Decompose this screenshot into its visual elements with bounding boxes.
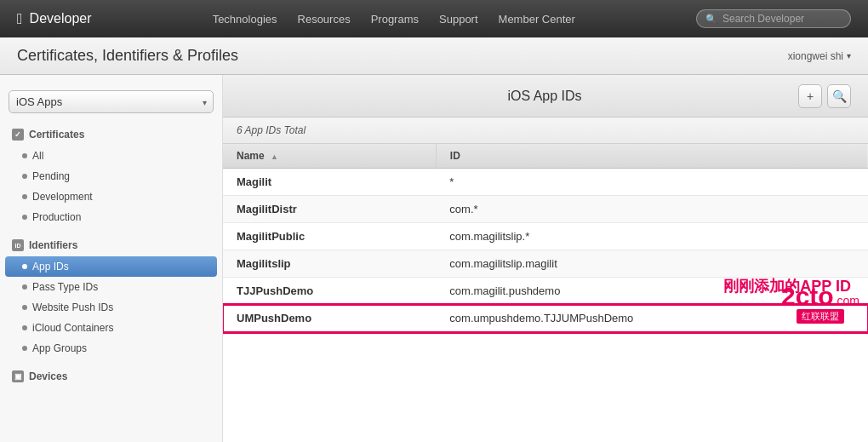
cell-id: com.magilit.pushdemo xyxy=(436,278,868,305)
identifiers-icon: ID xyxy=(12,239,24,251)
devices-label: Devices xyxy=(29,370,67,382)
bullet-icon xyxy=(22,325,27,330)
sidebar-item-label: Production xyxy=(32,211,81,223)
nav-right: 🔍 xyxy=(696,9,851,28)
sidebar-section-identifiers: ID Identifiers App IDs Pass Type IDs Web… xyxy=(0,234,222,359)
bullet-icon xyxy=(22,284,27,290)
bullet-icon xyxy=(22,215,27,220)
table-row[interactable]: MagilitPubliccom.magilitslip.* xyxy=(223,223,868,250)
table-row[interactable]: Magilit* xyxy=(223,169,868,196)
sidebar-item-website-push-ids[interactable]: Website Push IDs xyxy=(0,297,222,318)
username: xiongwei shi xyxy=(788,50,843,62)
cell-name: Magilitslip xyxy=(223,250,436,278)
content-area: iOS App IDs + 🔍 6 App IDs Total Name ▲ xyxy=(223,75,868,442)
sidebar-item-label: All xyxy=(32,150,43,162)
bullet-icon xyxy=(22,264,27,269)
certificates-header: ✓ Certificates xyxy=(0,123,222,146)
sidebar-item-all[interactable]: All xyxy=(0,146,222,166)
sort-icon: ▲ xyxy=(271,152,278,161)
cell-name: MagilitDistr xyxy=(223,196,436,223)
table-row[interactable]: MagilitDistrcom.* xyxy=(223,196,868,223)
sidebar-item-pass-type-ids[interactable]: Pass Type IDs xyxy=(0,277,222,297)
cell-id: com.* xyxy=(436,196,868,223)
total-count: 6 App IDs Total xyxy=(237,124,306,136)
page-title: Certificates, Identifiers & Profiles xyxy=(17,47,238,65)
app-ids-table: Name ▲ ID Magilit*MagilitDistrcom.*Magil… xyxy=(223,144,868,332)
bullet-icon xyxy=(22,174,27,179)
certificates-icon: ✓ xyxy=(12,129,24,141)
cell-name: MagilitPublic xyxy=(223,223,436,250)
main-container: iOS Apps Mac Apps ▾ ✓ Certificates All P… xyxy=(0,75,868,442)
nav-programs[interactable]: Programs xyxy=(371,13,419,26)
sidebar-item-label: Pending xyxy=(32,170,70,182)
sidebar-item-pending[interactable]: Pending xyxy=(0,166,222,187)
apple-logo-icon:  xyxy=(17,10,23,28)
nav-resources[interactable]: Resources xyxy=(298,13,351,26)
magnify-icon: 🔍 xyxy=(832,89,847,103)
content-actions: + 🔍 xyxy=(798,84,851,108)
search-input[interactable] xyxy=(722,13,842,25)
top-nav:  Developer Technologies Resources Progr… xyxy=(0,0,868,37)
search-box: 🔍 xyxy=(696,9,851,28)
sidebar-item-app-groups[interactable]: App Groups xyxy=(0,338,222,359)
nav-support[interactable]: Support xyxy=(439,13,478,26)
certificates-label: Certificates xyxy=(29,129,84,141)
search-icon: 🔍 xyxy=(705,14,717,25)
devices-header: ▣ Devices xyxy=(0,365,222,387)
content-title: iOS App IDs xyxy=(291,89,798,104)
sidebar-item-development[interactable]: Development xyxy=(0,187,222,207)
sidebar-item-icloud-containers[interactable]: iCloud Containers xyxy=(0,318,222,338)
bullet-icon xyxy=(22,305,27,310)
sub-header: Certificates, Identifiers & Profiles xio… xyxy=(0,37,868,75)
logo:  Developer xyxy=(17,10,92,28)
identifiers-label: Identifiers xyxy=(29,239,77,251)
sidebar-item-production[interactable]: Production xyxy=(0,207,222,227)
cell-name: TJJPushDemo xyxy=(223,278,436,305)
add-button[interactable]: + xyxy=(798,84,822,108)
platform-selector[interactable]: iOS Apps Mac Apps ▾ xyxy=(9,90,214,113)
sidebar-item-label: Website Push IDs xyxy=(32,301,113,313)
table-header-row: Name ▲ ID xyxy=(223,144,868,169)
search-button[interactable]: 🔍 xyxy=(827,84,851,108)
cell-id: com.umpushdemo.TJJUMPushDemo xyxy=(436,305,868,332)
cell-id: com.magilitslip.magilit xyxy=(436,250,868,278)
content-header: iOS App IDs + 🔍 xyxy=(223,75,868,118)
sidebar: iOS Apps Mac Apps ▾ ✓ Certificates All P… xyxy=(0,75,223,442)
nav-member-center[interactable]: Member Center xyxy=(499,13,575,26)
total-bar: 6 App IDs Total xyxy=(223,118,868,144)
cell-name: UMPushDemo xyxy=(223,305,436,332)
sidebar-section-certificates: ✓ Certificates All Pending Development P… xyxy=(0,123,222,227)
col-name: Name ▲ xyxy=(223,144,436,169)
bullet-icon xyxy=(22,153,27,158)
nav-links: Technologies Resources Programs Support … xyxy=(117,13,671,26)
sidebar-section-devices: ▣ Devices xyxy=(0,365,222,387)
platform-dropdown[interactable]: iOS Apps Mac Apps xyxy=(9,90,214,113)
user-menu[interactable]: xiongwei shi ▾ xyxy=(788,50,851,62)
chevron-down-icon: ▾ xyxy=(847,51,851,60)
table-row[interactable]: Magilitslipcom.magilitslip.magilit xyxy=(223,250,868,278)
sidebar-item-label: App IDs xyxy=(32,261,69,273)
bullet-icon xyxy=(22,346,27,351)
table-row[interactable]: TJJPushDemocom.magilit.pushdemo xyxy=(223,278,868,305)
cell-name: Magilit xyxy=(223,169,436,196)
devices-icon: ▣ xyxy=(12,370,24,382)
nav-technologies[interactable]: Technologies xyxy=(213,13,277,26)
cell-id: * xyxy=(436,169,868,196)
sidebar-item-label: Development xyxy=(32,191,93,203)
logo-text: Developer xyxy=(30,11,92,26)
table-row[interactable]: UMPushDemocom.umpushdemo.TJJUMPushDemo xyxy=(223,305,868,332)
identifiers-header: ID Identifiers xyxy=(0,234,222,256)
sidebar-item-label: iCloud Containers xyxy=(32,322,113,334)
sidebar-item-app-ids[interactable]: App IDs xyxy=(5,256,217,277)
col-id: ID xyxy=(436,144,868,169)
bullet-icon xyxy=(22,194,27,199)
sidebar-item-label: Pass Type IDs xyxy=(32,281,98,293)
table-area: Name ▲ ID Magilit*MagilitDistrcom.*Magil… xyxy=(223,144,868,332)
cell-id: com.magilitslip.* xyxy=(436,223,868,250)
sidebar-item-label: App Groups xyxy=(32,342,87,354)
